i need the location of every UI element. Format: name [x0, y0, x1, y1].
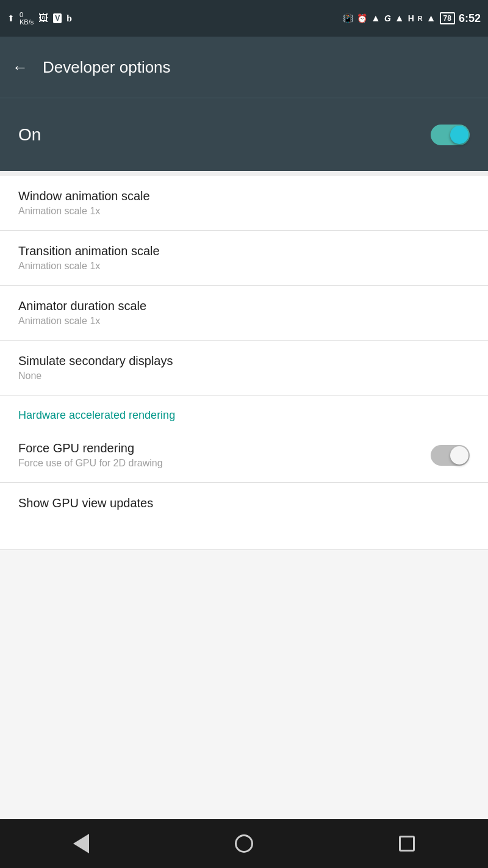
status-bar-right: 📳 ⏰ ▲ G ▲ H R ▲ 78 6:52	[343, 12, 481, 25]
app2-status-icon: 𝐛	[66, 13, 72, 24]
show-gpu-view-updates-text: Show GPU view updates	[18, 496, 470, 513]
force-gpu-toggle-knob	[450, 446, 468, 465]
bottom-navigation-bar	[0, 819, 488, 868]
nav-status-icon: ⬆	[7, 13, 15, 23]
back-button[interactable]: ←	[12, 58, 28, 77]
transition-animation-scale-text: Transition animation scale Animation sca…	[18, 244, 470, 272]
on-label: On	[18, 125, 41, 145]
status-bar: ⬆ 0KB/s 🖼 V 𝐛 📳 ⏰ ▲ G ▲ H R ▲ 78 6:52	[0, 0, 488, 37]
back-nav-button[interactable]	[67, 828, 95, 859]
window-animation-scale-text: Window animation scale Animation scale 1…	[18, 189, 470, 217]
toggle-knob	[450, 126, 468, 144]
wifi-status-icon: ▲	[371, 13, 381, 24]
show-gpu-view-updates-title: Show GPU view updates	[18, 496, 470, 510]
force-gpu-rendering-item[interactable]: Force GPU rendering Force use of GPU for…	[0, 428, 488, 483]
hardware-accelerated-rendering-section: Hardware accelerated rendering	[0, 396, 488, 428]
app-status-icon: V	[53, 13, 62, 23]
animator-duration-scale-subtitle: Animation scale 1x	[18, 316, 470, 327]
alarm-status-icon: ⏰	[357, 13, 367, 23]
status-bar-left: ⬆ 0KB/s 🖼 V 𝐛	[7, 11, 72, 26]
animator-duration-scale-title: Animator duration scale	[18, 299, 470, 313]
simulate-secondary-displays-title: Simulate secondary displays	[18, 354, 470, 368]
recents-nav-icon	[399, 836, 415, 852]
developer-options-toggle-section: On	[0, 98, 488, 171]
show-gpu-view-updates-item[interactable]: Show GPU view updates	[0, 483, 488, 550]
recents-nav-button[interactable]	[393, 830, 421, 858]
vibrate-status-icon: 📳	[343, 13, 353, 23]
battery-status-icon: 78	[440, 12, 455, 24]
force-gpu-rendering-text: Force GPU rendering Force use of GPU for…	[18, 441, 431, 469]
animator-duration-scale-text: Animator duration scale Animation scale …	[18, 299, 470, 327]
signal-r-icon: R	[418, 15, 423, 22]
force-gpu-rendering-subtitle: Force use of GPU for 2D drawing	[18, 458, 431, 469]
window-animation-scale-title: Window animation scale	[18, 189, 470, 203]
force-gpu-rendering-title: Force GPU rendering	[18, 441, 431, 455]
signal-triangle2-icon: ▲	[426, 13, 436, 24]
section-divider	[0, 171, 488, 176]
time-display: 6:52	[459, 12, 481, 25]
signal-g-icon: G	[384, 13, 391, 23]
page-title: Developer options	[43, 58, 171, 77]
simulate-secondary-displays-text: Simulate secondary displays None	[18, 354, 470, 382]
app-header: ← Developer options	[0, 37, 488, 98]
gallery-status-icon: 🖼	[38, 13, 48, 24]
simulate-secondary-displays-item[interactable]: Simulate secondary displays None	[0, 341, 488, 396]
data-speed: 0KB/s	[20, 11, 34, 26]
settings-list: Window animation scale Animation scale 1…	[0, 176, 488, 550]
transition-animation-scale-title: Transition animation scale	[18, 244, 470, 258]
developer-options-toggle[interactable]	[431, 125, 470, 145]
simulate-secondary-displays-subtitle: None	[18, 371, 470, 382]
transition-animation-scale-item[interactable]: Transition animation scale Animation sca…	[0, 231, 488, 286]
home-nav-icon	[235, 834, 253, 853]
home-nav-button[interactable]	[229, 828, 259, 859]
transition-animation-scale-subtitle: Animation scale 1x	[18, 261, 470, 272]
back-nav-icon	[73, 834, 89, 853]
force-gpu-rendering-toggle[interactable]	[431, 445, 470, 466]
signal-h-icon: H	[408, 13, 414, 23]
signal-triangle-icon: ▲	[395, 13, 404, 24]
animator-duration-scale-item[interactable]: Animator duration scale Animation scale …	[0, 286, 488, 341]
window-animation-scale-subtitle: Animation scale 1x	[18, 206, 470, 217]
hardware-accelerated-rendering-label: Hardware accelerated rendering	[18, 409, 175, 421]
window-animation-scale-item[interactable]: Window animation scale Animation scale 1…	[0, 176, 488, 231]
